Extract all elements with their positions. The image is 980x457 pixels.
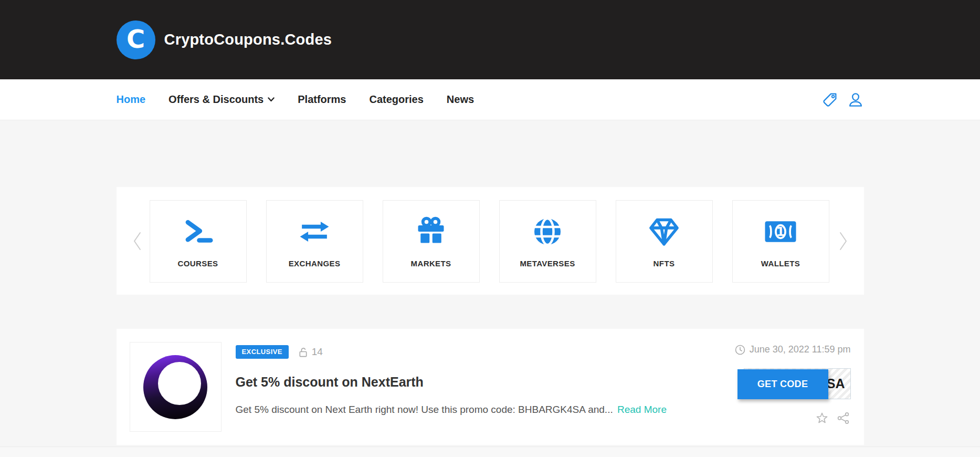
category-cards: COURSES EXCHANGES MARKETS METAVERSES	[117, 200, 864, 283]
category-card-exchanges[interactable]: EXCHANGES	[266, 200, 363, 283]
coupon-store-logo[interactable]	[130, 342, 222, 432]
money-bill-icon: 1	[764, 215, 797, 248]
gem-icon	[647, 215, 681, 248]
carousel-next-button[interactable]	[839, 231, 848, 251]
category-label: MARKETS	[411, 259, 451, 268]
coupon-actions	[815, 411, 850, 425]
main-content: COURSES EXCHANGES MARKETS METAVERSES	[0, 187, 980, 445]
nav-item-platforms[interactable]: Platforms	[298, 94, 346, 106]
coupon-code-peek-text: SA	[827, 376, 845, 391]
nav-item-label: Offers & Discounts	[168, 94, 264, 106]
coupon-main: EXCLUSIVE 14 Get 5% discount on NextEart…	[236, 342, 724, 432]
category-card-courses[interactable]: COURSES	[150, 200, 247, 283]
category-label: COURSES	[178, 259, 218, 268]
favorite-star-icon[interactable]	[815, 411, 829, 425]
uses-count: 14	[298, 346, 323, 358]
category-label: WALLETS	[761, 259, 800, 268]
read-more-link[interactable]: Read More	[617, 404, 667, 415]
exclusive-badge: EXCLUSIVE	[236, 345, 289, 359]
share-icon[interactable]	[837, 411, 850, 425]
main-nav: Home Offers & Discounts Platforms Catego…	[0, 79, 980, 120]
clock-icon	[735, 345, 745, 355]
nav-items: Home Offers & Discounts Platforms Catego…	[117, 94, 475, 106]
svg-text:1: 1	[776, 224, 784, 238]
exchange-arrows-icon	[298, 215, 331, 248]
carousel-prev-button[interactable]	[132, 231, 142, 251]
category-carousel: COURSES EXCHANGES MARKETS METAVERSES	[117, 187, 864, 295]
category-label: METAVERSES	[520, 259, 575, 268]
expiry-date-text: June 30, 2022 11:59 pm	[750, 344, 851, 355]
nav-item-offers-discounts[interactable]: Offers & Discounts	[168, 94, 275, 106]
tag-icon[interactable]	[821, 91, 838, 108]
nextearth-logo-image	[143, 355, 207, 419]
terminal-icon	[182, 215, 214, 248]
chevron-down-icon	[268, 97, 275, 102]
globe-icon	[532, 215, 563, 248]
user-icon[interactable]	[847, 91, 864, 108]
category-card-nfts[interactable]: NFTS	[616, 200, 713, 283]
get-code-button[interactable]: GET CODE	[737, 369, 828, 399]
category-card-wallets[interactable]: 1 WALLETS	[732, 200, 829, 283]
expiry-date: June 30, 2022 11:59 pm	[735, 344, 851, 355]
chevron-left-icon	[132, 231, 142, 251]
coupon-title: Get 5% discount on NextEarth	[236, 375, 724, 390]
coupon-right: June 30, 2022 11:59 pm SA GET CODE	[724, 342, 851, 432]
get-code-widget: SA GET CODE	[737, 368, 851, 400]
footer-strip	[0, 446, 980, 457]
gift-icon	[415, 215, 447, 248]
site-logo[interactable]: C CryptoCoupons.Codes	[117, 20, 332, 59]
category-label: NFTS	[654, 259, 675, 268]
nav-item-home[interactable]: Home	[117, 94, 146, 106]
site-title: CryptoCoupons.Codes	[164, 31, 332, 48]
coupon-card: EXCLUSIVE 14 Get 5% discount on NextEart…	[117, 329, 864, 445]
nav-item-categories[interactable]: Categories	[369, 94, 423, 106]
site-logo-icon: C	[117, 20, 155, 59]
nav-icons	[821, 91, 864, 108]
unlock-icon	[298, 347, 308, 358]
category-card-metaverses[interactable]: METAVERSES	[499, 200, 596, 283]
site-header: C CryptoCoupons.Codes	[0, 0, 980, 79]
coupon-description: Get 5% discount on Next Earth right now!…	[236, 404, 724, 416]
uses-count-value: 14	[312, 346, 323, 358]
category-card-markets[interactable]: MARKETS	[383, 200, 480, 283]
coupon-description-text: Get 5% discount on Next Earth right now!…	[236, 404, 613, 415]
nav-item-news[interactable]: News	[447, 94, 474, 106]
category-label: EXCHANGES	[289, 259, 341, 268]
chevron-right-icon	[839, 231, 848, 251]
